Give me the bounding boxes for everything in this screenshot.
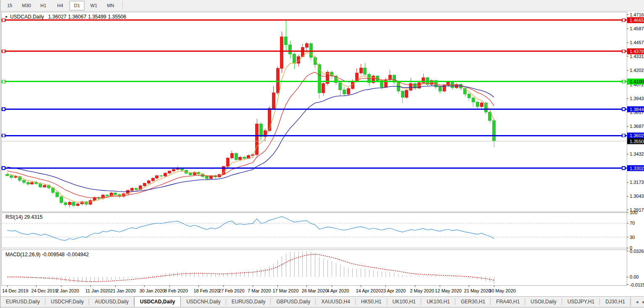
hline-handle[interactable] [622, 134, 625, 137]
hline-handle[interactable] [622, 108, 625, 111]
svg-text:17 Mar 2020: 17 Mar 2020 [273, 288, 299, 293]
ohlc-high: 1.36067 [68, 14, 86, 20]
mt4-window: 15M30H1H4D1W1MN 1.471651.458701.445751.4… [0, 0, 644, 308]
hline-handle[interactable] [2, 134, 5, 137]
tab-USOil-Daily[interactable]: USOil,Daily [525, 297, 562, 307]
chart-canvas[interactable]: 1.471651.458701.445751.433151.420201.407… [0, 0, 644, 296]
svg-text:1.43780: 1.43780 [630, 49, 644, 54]
tab-EURUSD-Daily[interactable]: EURUSD,Daily [226, 297, 271, 307]
chart-symbol-label: USDCAD,Daily [10, 14, 44, 20]
svg-text:0.032658: 0.032658 [630, 249, 644, 254]
svg-text:14 Apr 2020: 14 Apr 2020 [356, 288, 381, 293]
hline-handle[interactable] [2, 167, 5, 170]
tab-DJ30-H1[interactable]: DJ30,H1 [600, 297, 631, 307]
svg-text:1.47165: 1.47165 [630, 12, 644, 17]
ohlc-close: 1.35506 [108, 14, 126, 20]
svg-text:30 Jan 2020: 30 Jan 2020 [140, 288, 165, 293]
price-badge: 1.35506 [627, 138, 644, 144]
svg-text:1.31730: 1.31730 [630, 180, 644, 185]
svg-text:0.00: 0.00 [630, 274, 639, 279]
svg-text:24 Dec 2019: 24 Dec 2019 [31, 288, 57, 293]
svg-text:70: 70 [630, 220, 635, 226]
tab-USDCHF-Daily[interactable]: USDCHF,Daily [45, 297, 90, 307]
price-badge: 1.43780 [627, 48, 644, 54]
hline-handle[interactable] [622, 167, 625, 170]
svg-text:8 Feb 2020: 8 Feb 2020 [164, 288, 188, 293]
svg-text:14 Dec 2019: 14 Dec 2019 [2, 288, 28, 293]
hline-handle[interactable] [2, 80, 5, 83]
tab-scroll-right-icon[interactable]: ▸ [642, 299, 644, 305]
pane-borders [1, 12, 627, 285]
svg-text:27 Feb 2020: 27 Feb 2020 [219, 288, 245, 293]
svg-text:23 Apr 2020: 23 Apr 2020 [381, 288, 406, 293]
hline-handle[interactable] [2, 50, 5, 53]
tab-GER30-H1[interactable]: GER30,H1 [455, 297, 491, 307]
svg-text:18 Feb 2020: 18 Feb 2020 [193, 288, 219, 293]
svg-text:1.43315: 1.43315 [630, 54, 644, 59]
tab-GBPUSD-Daily[interactable]: GBPUSD,Daily [271, 297, 316, 307]
svg-text:1.41000: 1.41000 [630, 79, 644, 84]
date-axis: 14 Dec 201924 Dec 20192 Jan 202011 Jan 2… [2, 285, 516, 293]
tab-EURUSD-Daily[interactable]: EURUSD,Daily [0, 297, 45, 307]
ohlc-low: 1.35499 [88, 14, 106, 20]
price-badge: 1.38447 [627, 106, 644, 112]
svg-text:1.34320: 1.34320 [630, 151, 644, 157]
tab-USDJPY-H1[interactable]: USDJPY,H1 [562, 297, 600, 307]
svg-text:1.36029: 1.36029 [630, 133, 644, 138]
price-badge: 1.33026 [627, 165, 644, 171]
tab-USDCAD-Daily[interactable]: USDCAD,Daily [134, 296, 181, 307]
ohlc-open: 1.36027 [48, 14, 66, 20]
tab-FRA40-H1[interactable]: FRA40,H1 [491, 297, 525, 307]
svg-text:2 May 2020: 2 May 2020 [410, 288, 434, 293]
tab-scroll-controls: ◂▸ [631, 297, 644, 307]
macd-label: MACD(12,26,9) -0.009548 -0.004942 [5, 252, 89, 258]
svg-text:4 Apr 2020: 4 Apr 2020 [327, 288, 349, 293]
svg-text:12 May 2020: 12 May 2020 [435, 288, 462, 293]
svg-text:11 Jan 2020: 11 Jan 2020 [85, 288, 111, 293]
svg-text:1.38447: 1.38447 [630, 107, 644, 112]
svg-text:21 Jan 2020: 21 Jan 2020 [110, 288, 136, 293]
hline-handle[interactable] [622, 80, 625, 83]
svg-text:1.36875: 1.36875 [630, 124, 644, 129]
tab-USDCNH-Daily[interactable]: USDCNH,Daily [181, 297, 226, 307]
tab-XAUUSD-H4[interactable]: XAUUSD,H4 [316, 297, 356, 307]
svg-text:1.42020: 1.42020 [630, 68, 644, 73]
price-badge: 1.46651 [627, 17, 644, 23]
svg-text:1.44575: 1.44575 [630, 40, 644, 45]
svg-text:-0.011558: -0.011558 [630, 282, 644, 287]
price-axis: 1.471651.458701.445751.433151.420201.407… [627, 12, 644, 212]
symbol-dropdown-icon[interactable]: ▼ [5, 15, 8, 19]
price-badge: 1.41000 [627, 79, 644, 85]
tab-UK100-H1[interactable]: UK100,H1 [387, 297, 421, 307]
svg-text:30 May 2020: 30 May 2020 [489, 288, 516, 293]
svg-text:1.35506: 1.35506 [630, 139, 644, 144]
tab-AUDUSD-Daily[interactable]: AUDUSD,Daily [89, 297, 134, 307]
tab-UK100-H1[interactable]: UK100,H1 [421, 297, 455, 307]
chart-tabs: EURUSD,DailyUSDCHF,DailyAUDUSD,DailyUSDC… [0, 296, 644, 307]
svg-text:7 Mar 2020: 7 Mar 2020 [248, 288, 271, 293]
tab-HK50-H1[interactable]: HK50,H1 [356, 297, 387, 307]
hline-handle[interactable] [2, 108, 5, 111]
svg-text:1.33026: 1.33026 [630, 166, 644, 171]
svg-text:1.46651: 1.46651 [630, 18, 644, 23]
svg-text:26 Mar 2020: 26 Mar 2020 [302, 288, 328, 293]
hline-handle[interactable] [622, 50, 625, 53]
svg-text:1.45870: 1.45870 [630, 26, 644, 31]
tab-scroll-left-icon[interactable]: ◂ [636, 299, 639, 305]
svg-text:1.39430: 1.39430 [630, 96, 644, 101]
chart-title: ▼USDCAD,Daily1.360271.360671.354991.3550… [5, 14, 128, 20]
price-badge: 1.36029 [627, 133, 644, 138]
rsi-label: RSI(14) 29.4315 [5, 214, 42, 220]
svg-text:2 Jan 2020: 2 Jan 2020 [56, 288, 79, 293]
svg-text:21 May 2020: 21 May 2020 [464, 288, 491, 293]
svg-text:30: 30 [630, 235, 635, 240]
hline-handle[interactable] [622, 19, 625, 21]
svg-text:1.30435: 1.30435 [630, 194, 644, 199]
svg-text:100: 100 [630, 210, 637, 215]
